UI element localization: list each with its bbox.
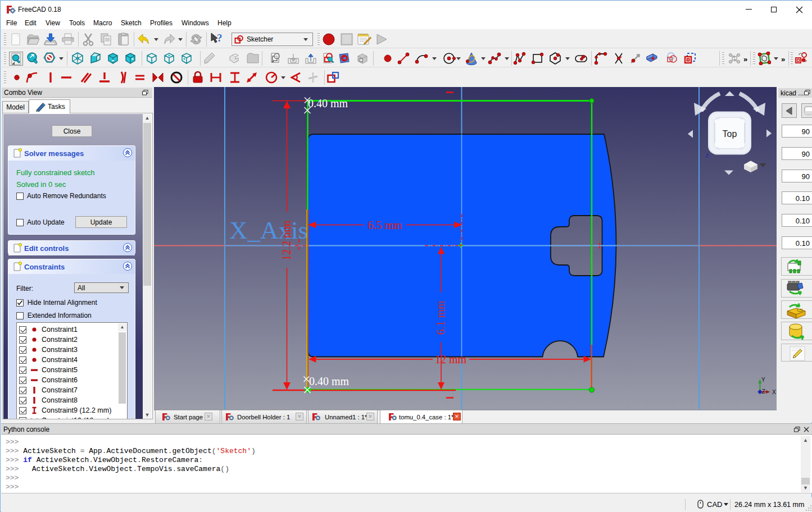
- svg-text:6.5 mm: 6.5 mm: [368, 219, 402, 231]
- svg-text:X: X: [772, 389, 776, 395]
- svg-text:z: z: [705, 152, 709, 158]
- svg-text:Top: Top: [723, 129, 737, 139]
- svg-text:12.2 mm: 12.2 mm: [280, 221, 293, 261]
- svg-text:0.40 mm: 0.40 mm: [309, 375, 350, 387]
- svg-text:6.1 mm: 6.1 mm: [434, 300, 447, 335]
- svg-text:?: ?: [217, 32, 223, 44]
- svg-text:0.40 mm: 0.40 mm: [308, 97, 348, 109]
- svg-text:12 mm: 12 mm: [435, 353, 467, 365]
- svg-text:X_Axis: X_Axis: [229, 216, 308, 244]
- svg-text:Y: Y: [761, 377, 765, 383]
- svg-text:Z: Z: [762, 388, 765, 395]
